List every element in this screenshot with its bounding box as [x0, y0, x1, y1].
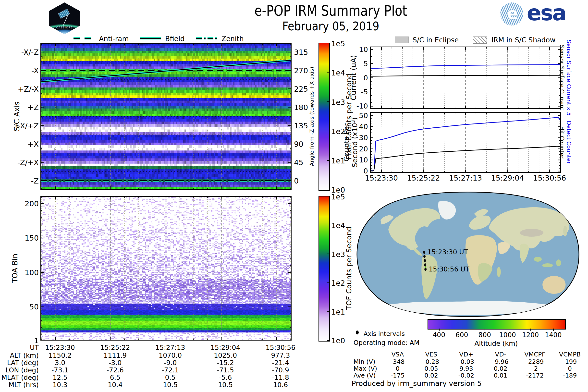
satellite-icon — [58, 9, 70, 19]
current-ytick-label: 5 — [364, 60, 368, 68]
ephemeris-value: 1150.2 — [48, 352, 72, 359]
tof-colorbar-tick: 1e2 — [331, 279, 345, 288]
altitude-tick-label: 1400 — [545, 331, 562, 338]
ephemeris-value: 977.3 — [271, 352, 290, 359]
sector-label: -X — [31, 66, 39, 75]
voltage-value: 0.05 — [424, 365, 438, 372]
angle-axis-label: Angle from -Z axis (towards +X axis) — [309, 67, 315, 166]
tof-colorbar-tick: 1e0 — [331, 336, 345, 345]
counters-ytick-label: 20 — [359, 145, 368, 153]
esa-e-glyph: e — [507, 4, 518, 23]
counters-ytick-label: 10 — [359, 156, 368, 164]
counters-ytick-label: 50 — [359, 112, 368, 120]
voltage-value: -0.02 — [458, 372, 474, 379]
voltage-value: -2 — [532, 365, 538, 372]
toa-ylabel: TOA Bin — [10, 254, 19, 283]
ephemeris-row-label: LAT (deg) — [7, 359, 39, 366]
counters-ytick-label: 30 — [359, 134, 368, 142]
voltage-column-header: VSA — [392, 351, 404, 358]
tof-colorbar-tick: 1e4 — [331, 221, 345, 230]
tof-colorbar-tick: 1e5 — [331, 192, 345, 201]
time-tick-label: 15:30:56 — [533, 174, 566, 182]
voltage-value: -0.03 — [458, 358, 474, 365]
page-date: February 05, 2019 — [282, 19, 379, 33]
ephemeris-value: 0.5 — [165, 374, 176, 381]
colorbar-tick-mark — [327, 160, 329, 161]
ephemeris-row-label: UT — [30, 344, 39, 351]
voltage-value: 0 — [568, 365, 572, 372]
ephemeris-value: -11.8 — [272, 374, 289, 381]
current-ylabel: Current (uA) — [349, 55, 358, 100]
time-tick-label: 15:23:30 — [365, 174, 398, 182]
esa-globe-icon: e — [500, 2, 523, 26]
ephemeris-value: 15:23:30 — [45, 344, 75, 351]
ephemeris-row-label: MLAT (deg) — [2, 374, 39, 381]
eclipse-legend-swatch — [395, 36, 409, 43]
voltage-row-label: Ave (V) — [354, 372, 376, 379]
voltage-value: -348 — [391, 358, 405, 365]
counters-ytick-label: 40 — [359, 122, 368, 131]
toa-ytick-label: 200 — [25, 199, 39, 208]
tof-colorbar-tick: 1e3 — [331, 250, 345, 258]
esa-wordmark: esa — [527, 2, 566, 24]
colorbar-tick-mark — [327, 72, 329, 72]
toa-ytick-label: 150 — [25, 234, 39, 242]
page-title: e-POP IRM Summary Plot — [254, 2, 407, 19]
sector-label: +Z — [28, 103, 39, 112]
toa-ytick-label: 100 — [25, 268, 39, 276]
altitude-tick-mark — [508, 328, 508, 331]
ephemeris-value: -15.2 — [217, 359, 234, 366]
current-ytick-label: -5 — [361, 88, 368, 96]
time-tick-label: 15:25:22 — [407, 174, 440, 182]
ephemeris-value: 12.5 — [53, 374, 68, 381]
direction-legend-line-core — [196, 38, 218, 39]
toa-ytick-label: 50 — [30, 302, 39, 311]
ephemeris-value: -70.9 — [272, 366, 289, 374]
voltage-value: -2289 — [526, 358, 544, 365]
counters-plot — [370, 112, 561, 173]
ephemeris-value: -72.6 — [106, 366, 124, 374]
colorbar-tick-mark — [327, 196, 329, 196]
ephemeris-value: -21.4 — [272, 359, 289, 366]
attitude-spectrogram-canvas — [40, 43, 292, 190]
ephemeris-value: 10.3 — [53, 381, 68, 388]
track-point — [424, 268, 426, 271]
angle-tick-label: 45 — [294, 158, 303, 166]
time-tick-label: 15:27:13 — [449, 174, 482, 182]
axis-intervals-label: Axis intervals — [364, 330, 405, 337]
colorbar-tick-mark — [327, 225, 329, 225]
altitude-tick-label: 800 — [478, 331, 491, 338]
tof-counts-colorbar — [318, 196, 330, 342]
current-right-label-blue: Sensor Surface Current x 5 — [566, 40, 572, 116]
altitude-tick-mark — [462, 328, 462, 331]
altitude-tick-mark — [439, 328, 440, 331]
ephemeris-value: 15:29:04 — [210, 344, 240, 351]
colorbar-tick-mark — [327, 312, 329, 312]
counters-ylabel-line2: Second (x10³) — [350, 117, 359, 167]
altitude-tick-mark — [530, 328, 531, 331]
current-ytick-label: 10 — [359, 45, 368, 54]
ephemeris-value: 10.5 — [218, 381, 233, 388]
altitude-tick-label: 400 — [433, 331, 446, 338]
ephemeris-value: -73.1 — [52, 366, 68, 374]
pixel-colorbar-tick: 1e4 — [331, 68, 345, 77]
counters-right-label-black: Hit Counter — [559, 126, 565, 158]
ephemeris-row-label: LON (deg) — [6, 366, 39, 374]
pixel-counts-colorbar — [318, 43, 330, 191]
colorbar-tick-mark — [327, 282, 329, 283]
esa-logo: e esa — [500, 2, 584, 26]
shadow-legend-swatch — [473, 36, 487, 44]
ephemeris-value: 15:25:22 — [100, 344, 130, 351]
voltage-value: -175 — [391, 372, 405, 379]
voltage-value: 0 — [396, 365, 400, 372]
track-point — [423, 255, 426, 258]
angle-tick-label: 0 — [294, 176, 299, 185]
time-tick-label: 15:29:04 — [491, 174, 524, 182]
angle-tick-label: 225 — [294, 84, 308, 93]
angle-tick-label: 180 — [294, 103, 308, 112]
ephemeris-value: -71.5 — [217, 366, 234, 374]
sector-label: +X — [28, 140, 39, 148]
operating-mode-label: Operating mode: AM — [354, 339, 420, 346]
altitude-tick-label: 1000 — [499, 331, 516, 338]
sector-label: -Z — [31, 176, 39, 185]
